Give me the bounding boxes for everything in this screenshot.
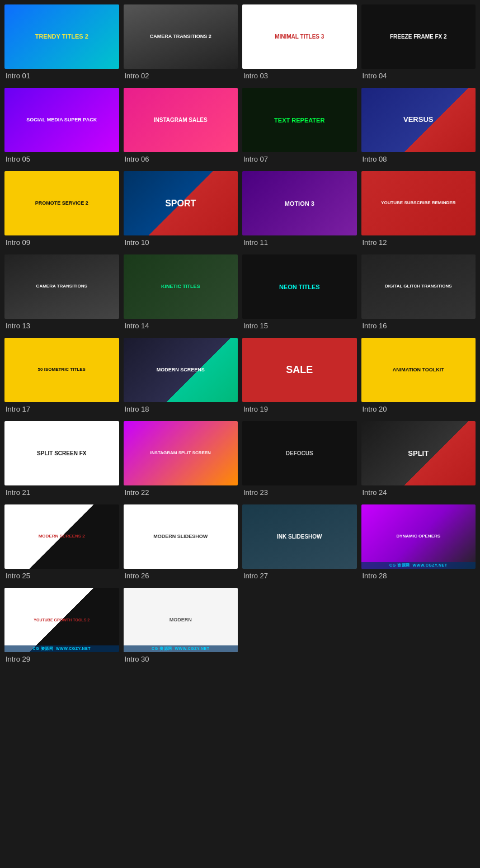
thumbnail-title: CAMERA TRANSITIONS 2 [148, 32, 214, 42]
thumbnail-title: ANIMATION TOOLKIT [390, 365, 446, 375]
thumbnail-title: MODERN SCREENS 2 [36, 532, 87, 541]
thumbnail: DEFOCUS [242, 421, 357, 485]
intro-label: Intro 09 [4, 238, 119, 250]
cg-logo: CG 资源网 WWW.CGZY.NET [152, 647, 209, 650]
grid-item[interactable]: SPORTIntro 10 [124, 171, 238, 250]
intro-label: Intro 06 [124, 155, 238, 167]
intro-label: Intro 12 [361, 238, 476, 250]
thumbnail-title: DIGITAL GLITCH TRANSITIONS [383, 282, 454, 291]
thumbnail-title: MODERN [167, 615, 194, 625]
thumbnail-title: YouTube Subscribe Reminder [379, 199, 458, 208]
thumbnail-title: FREEZE FRAME FX 2 [388, 31, 449, 42]
intro-label: Intro 14 [124, 322, 238, 333]
grid-item[interactable]: DYNAMIC OPENERSCG 资源网 WWW.CGZY.NETIntro … [361, 504, 476, 583]
thumbnail: MODERNCG 资源网 WWW.CGZY.NET [124, 588, 238, 652]
grid-item[interactable]: INSTAGRAM SPLIT SCREENIntro 22 [124, 421, 238, 500]
grid-item[interactable]: SPLIT SCREEN FXIntro 21 [4, 421, 119, 500]
grid-item[interactable]: VERSUSIntro 08 [361, 88, 476, 167]
intro-label: Intro 04 [361, 72, 476, 83]
intro-label: Intro 25 [4, 572, 119, 583]
grid-item[interactable]: MODERN SCREENSIntro 18 [124, 338, 238, 417]
thumbnail: VERSUS [361, 88, 476, 152]
grid-item[interactable]: MODERN SLIDESHOWIntro 26 [124, 504, 238, 583]
thumbnail: YouTube Subscribe Reminder [361, 171, 476, 235]
thumbnail: INSTAGRAM SALES [124, 88, 238, 152]
grid-item[interactable]: CAMERA TRANSITIONS 2Intro 02 [124, 4, 238, 83]
grid-item[interactable]: ANIMATION TOOLKITIntro 20 [361, 338, 476, 417]
intro-label: Intro 08 [361, 155, 476, 167]
intro-label: Intro 03 [242, 72, 357, 83]
intro-grid: TRENDY TITLES 2Intro 01CAMERA TRANSITION… [0, 0, 480, 671]
grid-item[interactable]: FREEZE FRAME FX 2Intro 04 [361, 4, 476, 83]
grid-item[interactable]: MODERN SCREENS 2Intro 25 [4, 504, 119, 583]
grid-item[interactable]: Neon TitlesIntro 15 [242, 254, 357, 333]
grid-item[interactable]: MOTION 3Intro 11 [242, 171, 357, 250]
thumbnail: CAMERA TRANSITIONS 2 [124, 4, 238, 69]
thumbnail: SOCIAL MEDIA SUPER PACK [4, 88, 119, 152]
thumbnail-title: SALE [284, 362, 315, 378]
cg-watermark: CG 资源网 WWW.CGZY.NET [124, 645, 238, 652]
intro-label: Intro 15 [242, 322, 357, 333]
thumbnail: SPLIT [361, 421, 476, 485]
grid-item[interactable]: MINIMAL TITLES 3Intro 03 [242, 4, 357, 83]
grid-item[interactable]: YouTube Growth Tools 2CG 资源网 WWW.CGZY.NE… [4, 588, 119, 667]
thumbnail-title: Neon Titles [277, 281, 322, 293]
thumbnail-title: PROMOTE SERVICE 2 [33, 199, 91, 209]
thumbnail: MODERN SCREENS [124, 338, 238, 402]
thumbnail: MOTION 3 [242, 171, 357, 235]
grid-item[interactable]: SALEIntro 19 [242, 338, 357, 417]
intro-label: Intro 11 [242, 238, 357, 250]
thumbnail-title: SPORT [163, 196, 198, 211]
intro-label: Intro 30 [124, 655, 238, 667]
intro-label: Intro 21 [4, 488, 119, 500]
grid-item[interactable]: INSTAGRAM SALESIntro 06 [124, 88, 238, 167]
thumbnail-title: MOTION 3 [283, 198, 317, 209]
thumbnail-title: DYNAMIC OPENERS [394, 532, 443, 541]
thumbnail-title: SPLIT SCREEN FX [35, 448, 88, 459]
cg-logo: CG 资源网 WWW.CGZY.NET [33, 647, 91, 650]
thumbnail-title: SOCIAL MEDIA SUPER PACK [24, 115, 99, 125]
intro-label: Intro 10 [124, 238, 238, 250]
thumbnail-title: TEXT REPEATER [272, 115, 327, 126]
thumbnail-title: MINIMAL TITLES 3 [272, 31, 326, 42]
thumbnail-title: INSTAGRAM SPLIT SCREEN [148, 449, 213, 458]
thumbnail-title: INK SLIDESHOW [275, 531, 324, 542]
thumbnail: MODERN SLIDESHOW [124, 504, 238, 569]
grid-item[interactable]: MODERNCG 资源网 WWW.CGZY.NETIntro 30 [124, 588, 238, 667]
grid-item[interactable]: SOCIAL MEDIA SUPER PACKIntro 05 [4, 88, 119, 167]
grid-item[interactable]: SPLITIntro 24 [361, 421, 476, 500]
thumbnail: MINIMAL TITLES 3 [242, 4, 357, 69]
cg-watermark: CG 资源网 WWW.CGZY.NET [361, 562, 476, 569]
grid-item[interactable]: YouTube Subscribe ReminderIntro 12 [361, 171, 476, 250]
thumbnail: INSTAGRAM SPLIT SCREEN [124, 421, 238, 485]
thumbnail: CAMERA TRANSITIONS [4, 254, 119, 319]
intro-label: Intro 24 [361, 488, 476, 500]
thumbnail-title: SPLIT [406, 447, 431, 460]
intro-label: Intro 19 [242, 405, 357, 417]
intro-label: Intro 26 [124, 572, 238, 583]
intro-label: Intro 17 [4, 405, 119, 417]
thumbnail: Neon Titles [242, 254, 357, 319]
thumbnail: TEXT REPEATER [242, 88, 357, 152]
grid-item[interactable]: 50 ISOMETRIC TITLESIntro 17 [4, 338, 119, 417]
intro-label: Intro 01 [4, 72, 119, 83]
intro-label: Intro 23 [242, 488, 357, 500]
thumbnail-title: MODERN SCREENS [154, 365, 207, 375]
cg-watermark: CG 资源网 WWW.CGZY.NET [4, 645, 119, 652]
thumbnail-title: MODERN SLIDESHOW [151, 532, 210, 542]
grid-item[interactable]: PROMOTE SERVICE 2Intro 09 [4, 171, 119, 250]
grid-item[interactable]: CAMERA TRANSITIONSIntro 13 [4, 254, 119, 333]
grid-item[interactable]: KINETIC TITLESIntro 14 [124, 254, 238, 333]
grid-item[interactable]: DEFOCUSIntro 23 [242, 421, 357, 500]
thumbnail-title: INSTAGRAM SALES [152, 115, 210, 125]
grid-item[interactable]: TEXT REPEATERIntro 07 [242, 88, 357, 167]
cg-logo: CG 资源网 WWW.CGZY.NET [389, 563, 447, 567]
grid-item[interactable]: TRENDY TITLES 2Intro 01 [4, 4, 119, 83]
intro-label: Intro 13 [4, 322, 119, 333]
grid-item[interactable]: DIGITAL GLITCH TRANSITIONSIntro 16 [361, 254, 476, 333]
thumbnail-title: VERSUS [401, 114, 435, 126]
intro-label: Intro 18 [124, 405, 238, 417]
thumbnail: PROMOTE SERVICE 2 [4, 171, 119, 235]
grid-item[interactable]: INK SLIDESHOWIntro 27 [242, 504, 357, 583]
thumbnail-title: TRENDY TITLES 2 [33, 31, 91, 42]
